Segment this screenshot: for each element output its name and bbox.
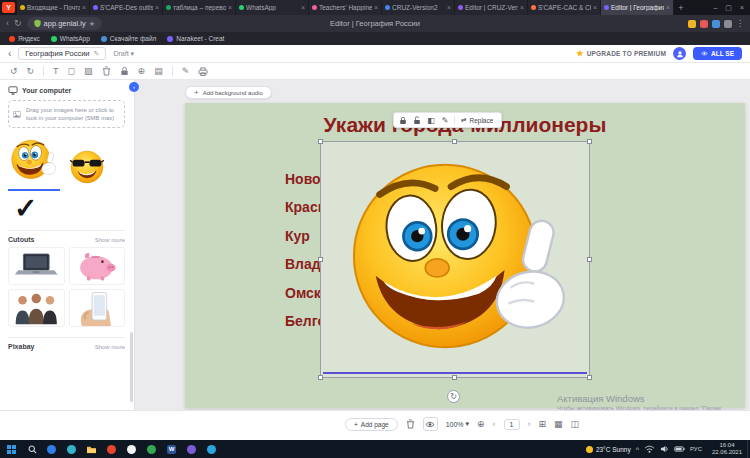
tab-close-icon[interactable]: ×	[228, 4, 232, 11]
tab-close-icon[interactable]: ×	[374, 4, 378, 11]
uploaded-image[interactable]	[67, 147, 107, 191]
pixabay-show-more-link[interactable]: Show more	[95, 344, 125, 350]
rotate-handle[interactable]: ↻	[447, 390, 460, 403]
text-tool-icon[interactable]: T	[53, 67, 59, 76]
prev-page-icon[interactable]: ‹	[493, 419, 496, 429]
sidebar-scrollbar[interactable]	[130, 332, 133, 402]
layout-view-icon[interactable]: ◫	[571, 420, 580, 429]
browser-tab-active[interactable]: Editor | География Рос×	[601, 0, 674, 15]
uploaded-image-selected[interactable]	[8, 136, 60, 191]
resize-handle[interactable]	[318, 257, 323, 262]
pencil-tool-icon[interactable]: ✎	[182, 67, 190, 76]
speaker-icon[interactable]	[660, 445, 669, 453]
uploaded-image-checkmark[interactable]: ✓	[14, 195, 125, 223]
preview-button[interactable]	[423, 417, 438, 431]
tab-close-icon[interactable]: ×	[301, 4, 305, 11]
pages-panel-icon[interactable]: ▦	[554, 420, 563, 429]
tab-close-icon[interactable]: ×	[593, 4, 597, 11]
resize-handle[interactable]	[318, 139, 323, 144]
tab-close-icon[interactable]: ×	[666, 4, 670, 11]
taskbar-app-icon[interactable]	[204, 443, 219, 456]
draft-dropdown[interactable]: Draft ▾	[113, 50, 134, 58]
wifi-icon[interactable]	[644, 445, 655, 453]
language-indicator[interactable]: РУС	[690, 446, 702, 452]
back-icon[interactable]: ‹	[6, 19, 9, 28]
browser-tab[interactable]: Editor | CRUZ-Versio×	[455, 0, 528, 15]
tab-close-icon[interactable]: ×	[520, 4, 524, 11]
browser-tab[interactable]: CRUZ-Version2×	[382, 0, 455, 15]
unlock-icon[interactable]	[410, 113, 424, 127]
undo-icon[interactable]: ↺	[10, 67, 18, 76]
bookmark-item[interactable]: Скачайте файл	[101, 35, 157, 42]
resize-handle[interactable]	[452, 139, 457, 144]
tab-close-icon[interactable]: ×	[155, 4, 159, 11]
taskbar-app-icon[interactable]	[64, 443, 79, 456]
zoom-in-icon[interactable]: ⊕	[477, 420, 485, 429]
browser-tab[interactable]: таблица – перевод×	[163, 0, 236, 15]
browser-tab[interactable]: S'CAPE-CAC & CRUZ×	[528, 0, 601, 15]
bookmark-item[interactable]: Яндекс	[9, 35, 40, 42]
draw-icon[interactable]: ✎	[438, 113, 452, 127]
cutout-people[interactable]	[8, 289, 65, 327]
start-button[interactable]	[0, 440, 22, 458]
bookmark-star-icon[interactable]: ★	[89, 20, 95, 28]
bookmark-item[interactable]: Narakeet - Creat	[167, 35, 224, 42]
layers-tool-icon[interactable]: ▤	[154, 67, 163, 76]
taskbar-app-icon[interactable]	[104, 443, 119, 456]
cutout-piggy-bank[interactable]	[69, 247, 126, 285]
sidebar-collapse-button[interactable]: ›	[129, 82, 139, 92]
browser-tab[interactable]: WhatsApp×	[236, 0, 309, 15]
browser-tab[interactable]: Teachers' Happiness×	[309, 0, 382, 15]
edit-title-icon[interactable]: ✎	[94, 50, 100, 58]
trash-tool-icon[interactable]	[102, 66, 111, 76]
image-dropzone[interactable]: Drag your images here or click to look i…	[8, 100, 125, 128]
lock-icon[interactable]	[396, 113, 410, 127]
bookmark-item[interactable]: WhatsApp	[51, 35, 90, 42]
resize-handle[interactable]	[587, 257, 592, 262]
tray-expand-icon[interactable]: ^	[636, 446, 639, 453]
cutouts-show-more-link[interactable]: Show more	[95, 237, 125, 243]
window-maximize-icon[interactable]: ▢	[725, 4, 732, 12]
lock-tool-icon[interactable]	[120, 66, 129, 76]
avatar[interactable]	[673, 47, 686, 60]
next-page-icon[interactable]: ›	[528, 419, 531, 429]
extension-icon[interactable]	[688, 20, 696, 28]
page-number[interactable]: 1	[504, 419, 520, 430]
tab-close-icon[interactable]: ×	[82, 4, 86, 11]
weather-widget[interactable]: 23°C Sunny	[586, 446, 631, 453]
add-page-button[interactable]: + Add page	[345, 418, 398, 431]
slide-canvas[interactable]: Укажи города-миллионеры Новос Красн Кур …	[185, 103, 745, 408]
taskbar-search-button[interactable]	[22, 440, 42, 458]
replace-button[interactable]: ⇄ Replace	[454, 116, 499, 124]
taskbar-app-icon[interactable]	[44, 443, 59, 456]
refresh-icon[interactable]: ↻	[14, 19, 22, 28]
window-minimize-icon[interactable]: –	[713, 4, 717, 11]
resize-handle[interactable]	[587, 139, 592, 144]
project-title-input[interactable]: География России ✎	[18, 47, 106, 60]
battery-icon[interactable]	[674, 446, 685, 452]
delete-page-icon[interactable]	[406, 419, 415, 429]
opacity-icon[interactable]: ◧	[424, 113, 438, 127]
browser-menu-icon[interactable]: ⋮	[736, 19, 744, 28]
resize-handle[interactable]	[452, 375, 457, 380]
taskbar-app-icon[interactable]: W	[164, 443, 179, 456]
print-tool-icon[interactable]	[198, 67, 208, 76]
extension-icon[interactable]	[700, 20, 708, 28]
editor-back-icon[interactable]: ‹	[8, 48, 11, 59]
extension-icon[interactable]	[712, 20, 720, 28]
add-background-audio-button[interactable]: + Add background audio	[185, 86, 272, 99]
extension-icon[interactable]	[724, 20, 732, 28]
taskbar-clock[interactable]: 16:04 22.06.2021	[712, 442, 742, 457]
cutout-laptop[interactable]	[8, 247, 65, 285]
selected-image[interactable]	[320, 141, 590, 378]
resize-handle[interactable]	[318, 375, 323, 380]
image-tool-icon[interactable]: ▨	[84, 67, 93, 76]
shape-tool-icon[interactable]: ◻	[68, 67, 75, 76]
browser-logo-icon[interactable]: Y	[2, 2, 15, 13]
browser-tab[interactable]: Входящие - Почта×	[17, 0, 90, 15]
taskbar-app-icon[interactable]	[84, 443, 99, 456]
resize-handle[interactable]	[587, 375, 592, 380]
browser-tab[interactable]: S'CAPE-Des outils S×	[90, 0, 163, 15]
tab-close-icon[interactable]: ×	[447, 4, 451, 11]
upgrade-premium-button[interactable]: ★ UPGRADE TO PREMIUM	[576, 49, 666, 58]
